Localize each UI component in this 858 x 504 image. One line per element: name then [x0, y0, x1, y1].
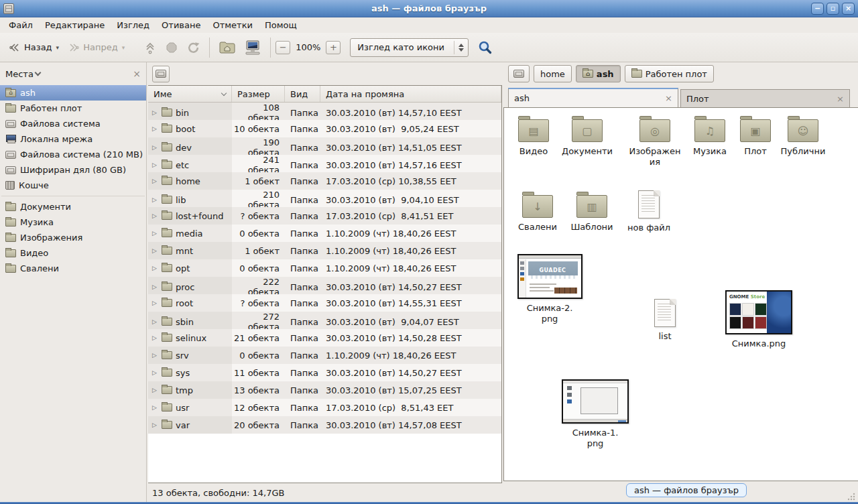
table-row[interactable]: ▷lost+found? обектаПапка17.03.2010 (ср) … — [148, 207, 501, 225]
menu-view[interactable]: Изглед — [111, 19, 156, 32]
sidebar-item-images[interactable]: Изображения — [0, 230, 146, 245]
expander-icon[interactable]: ▷ — [152, 109, 158, 116]
file-item-new-file[interactable]: нов файл — [621, 188, 677, 233]
table-row[interactable]: ▷mnt1 обектПапка1.10.2009 (чт) 18,40,26 … — [148, 242, 501, 259]
table-row[interactable]: ▷tmp13 обектаПапка30.03.2010 (вт) 15,07,… — [148, 381, 501, 399]
up-button[interactable] — [139, 38, 161, 58]
expander-icon[interactable]: ▷ — [152, 212, 158, 219]
view-mode-select[interactable]: Изглед като икони — [350, 38, 469, 57]
sidebar-item-filesystem-210mb[interactable]: Файлова система (210 MB) — [0, 147, 146, 162]
table-row[interactable]: ▷var20 обектаПапка30.03.2010 (вт) 14,57,… — [148, 416, 501, 434]
menu-edit[interactable]: Редактиране — [39, 19, 111, 32]
home-button[interactable] — [214, 38, 240, 57]
table-row[interactable]: ▷home1 обектПапка17.03.2010 (ср) 10,38,5… — [148, 172, 501, 190]
reload-button[interactable] — [182, 38, 204, 57]
breadcrumb-desktop[interactable]: Работен плот — [625, 65, 714, 82]
folder-item-documents[interactable]: ▢Документи — [559, 115, 615, 157]
expander-icon[interactable]: ▷ — [152, 334, 158, 341]
menu-go[interactable]: Отиване — [156, 19, 206, 32]
folder-item-templates[interactable]: ▥Шаблони — [564, 190, 620, 233]
breadcrumb-ash[interactable]: ⌂ash — [576, 65, 621, 82]
file-item-snimka-1[interactable]: Снимка-1. png — [558, 379, 633, 448]
folder-icon: ☺ — [788, 119, 818, 142]
tab-close-icon[interactable]: × — [837, 94, 844, 104]
computer-button[interactable] — [240, 37, 265, 58]
forward-button[interactable]: Напред ▾ — [63, 39, 129, 56]
file-item-snimka[interactable]: GNOME Store Снимка.png — [721, 290, 796, 349]
sidebar-close-icon[interactable]: × — [133, 68, 141, 79]
tab-close-icon[interactable]: × — [665, 93, 672, 103]
column-header-size[interactable]: Размер — [232, 86, 285, 102]
table-row[interactable]: ▷root? обектаПапка30.03.2010 (вт) 14,55,… — [148, 294, 501, 312]
zoom-in-button[interactable]: + — [326, 41, 341, 54]
expander-icon[interactable]: ▷ — [152, 125, 158, 132]
table-row[interactable]: ▷boot10 обектаПапка30.03.2010 (вт) 9,05,… — [148, 120, 501, 137]
folder-item-downloads[interactable]: ↓Свалени — [509, 190, 566, 233]
expander-icon[interactable]: ▷ — [152, 247, 158, 254]
table-row[interactable]: ▷opt0 обектаПапка1.10.2009 (чт) 18,40,26… — [148, 259, 501, 277]
expander-icon[interactable]: ▷ — [152, 369, 158, 376]
menu-help[interactable]: Помощ — [259, 19, 303, 32]
maximize-button[interactable]: ▫ — [826, 3, 839, 15]
sidebar-item-desktop[interactable]: Работен плот — [0, 101, 146, 116]
table-row[interactable]: ▷sbin272 обектаПапка30.03.2010 (вт) 9,04… — [148, 312, 501, 329]
sidebar-item-local-network[interactable]: Локална мрежа — [0, 131, 146, 147]
expander-icon[interactable]: ▷ — [152, 144, 158, 151]
back-button[interactable]: Назад ▾ — [4, 39, 63, 56]
sidebar-item-trash[interactable]: Кошче — [0, 178, 146, 193]
column-header-date[interactable]: Дата на промяна — [320, 86, 501, 102]
table-row[interactable]: ▷proc222 обектаПапка30.03.2010 (вт) 14,5… — [148, 277, 501, 294]
sidebar-item-ash[interactable]: ⌂ash — [0, 85, 146, 101]
expander-icon[interactable]: ▷ — [152, 284, 158, 290]
tab-desktop[interactable]: Плот× — [680, 89, 850, 107]
table-row[interactable]: ▷etc241 обектаПапка30.03.2010 (вт) 14,57… — [148, 155, 501, 172]
resize-grip[interactable] — [846, 491, 855, 501]
expander-icon[interactable]: ▷ — [152, 265, 158, 271]
folder-item-images[interactable]: ◎Изображен ия — [625, 115, 684, 167]
breadcrumb-root[interactable] — [508, 65, 530, 82]
expander-icon[interactable]: ▷ — [152, 300, 158, 306]
sidebar-item-music[interactable]: Музика — [0, 214, 146, 230]
expander-icon[interactable]: ▷ — [152, 162, 158, 168]
expander-icon[interactable]: ▷ — [152, 196, 158, 203]
sidebar-item-filesystem[interactable]: Файлова система — [0, 116, 146, 131]
folder-item-video[interactable]: ▤Видео — [505, 115, 562, 157]
sidebar-item-video[interactable]: Видео — [0, 245, 146, 261]
zoom-out-button[interactable]: − — [275, 41, 290, 54]
sidebar-mode-select[interactable]: Места — [5, 69, 40, 79]
minimize-button[interactable]: − — [811, 3, 824, 15]
sidebar-item-encrypted-80gb[interactable]: Шифриран дял (80 GB) — [0, 162, 146, 178]
breadcrumb-home[interactable]: home — [534, 65, 572, 82]
taskbar-window-tooltip[interactable]: ash — файлов браузър — [626, 483, 747, 497]
search-button[interactable] — [475, 38, 495, 58]
file-item-list[interactable]: list — [637, 296, 693, 342]
title-bar[interactable]: ash — файлов браузър − ▫ × — [0, 0, 858, 17]
back-dropdown-icon[interactable]: ▾ — [56, 44, 60, 51]
close-button[interactable]: × — [842, 3, 855, 15]
expander-icon[interactable]: ▷ — [152, 352, 158, 359]
root-location-button[interactable] — [152, 66, 170, 82]
expander-icon[interactable]: ▷ — [152, 230, 158, 237]
table-row[interactable]: ▷srv0 обектаПапка1.10.2009 (чт) 18,40,26… — [148, 346, 501, 364]
menu-bookmarks[interactable]: Отметки — [206, 19, 258, 32]
expander-icon[interactable]: ▷ — [152, 178, 158, 184]
expander-icon[interactable]: ▷ — [152, 387, 158, 393]
sidebar-item-downloads[interactable]: Свалени — [0, 261, 146, 276]
expander-icon[interactable]: ▷ — [152, 422, 158, 428]
table-row[interactable]: ▷media0 обектаПапка1.10.2009 (чт) 18,40,… — [148, 225, 501, 242]
column-header-name[interactable]: Име — [148, 86, 232, 102]
expander-icon[interactable]: ▷ — [152, 318, 158, 325]
file-item-snimka-2[interactable]: GUADEC Снимка-2. png — [512, 254, 587, 324]
column-header-type[interactable]: Вид — [285, 86, 320, 102]
folder-item-public[interactable]: ☺Публични — [775, 115, 831, 157]
tab-ash[interactable]: ash× — [508, 88, 678, 107]
table-row[interactable]: ▷dev190 обектаПапка30.03.2010 (вт) 14,51… — [148, 137, 501, 155]
table-row[interactable]: ▷selinux21 обектаПапка30.03.2010 (вт) 14… — [148, 329, 501, 346]
table-row[interactable]: ▷sys11 обектаПапка30.03.2010 (вт) 14,50,… — [148, 364, 501, 381]
table-row[interactable]: ▷bin108 обектаПапка30.03.2010 (вт) 14,57… — [148, 103, 501, 120]
sidebar-item-documents[interactable]: Документи — [0, 199, 146, 214]
expander-icon[interactable]: ▷ — [152, 404, 158, 411]
menu-file[interactable]: Файл — [3, 19, 39, 32]
table-row[interactable]: ▷lib210 обектаПапка30.03.2010 (вт) 9,04,… — [148, 190, 501, 207]
table-row[interactable]: ▷usr12 обектаПапка17.03.2010 (ср) 8,51,4… — [148, 399, 501, 416]
